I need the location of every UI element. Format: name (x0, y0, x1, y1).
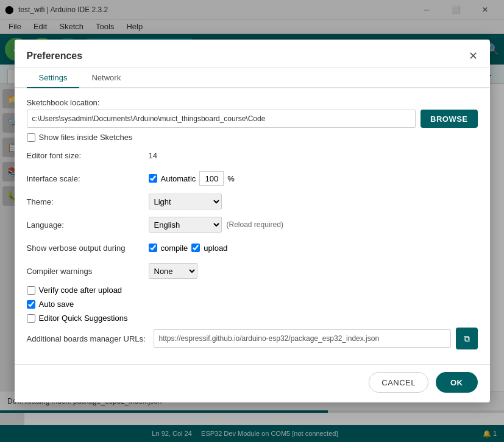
verbose-row: Show verbose output during compile uploa… (27, 239, 478, 256)
theme-row: Theme: Light Dark (27, 193, 478, 210)
upload-label: upload (204, 244, 227, 253)
dialog-header: Preferences ✕ (15, 40, 490, 68)
dialog-content: Sketchbook location: BROWSE Show files i… (15, 88, 490, 364)
reload-note: (Reload required) (227, 220, 283, 229)
auto-save-row: Auto save (27, 300, 478, 309)
theme-select[interactable]: Light Dark (149, 194, 222, 209)
scale-controls: Automatic % (149, 171, 235, 186)
verify-after-upload-label: Verify code after upload (39, 286, 122, 295)
upload-checkbox[interactable] (191, 244, 200, 252)
font-size-label: Editor font size: (27, 151, 149, 160)
dialog-title: Preferences (27, 51, 469, 61)
compile-label: compile (161, 244, 188, 253)
auto-save-checkbox[interactable] (27, 300, 35, 309)
verbose-label: Show verbose output during (27, 244, 149, 253)
font-size-row: Editor font size: 14 (27, 147, 478, 164)
dialog-close-button[interactable]: ✕ (469, 49, 478, 63)
automatic-scale-checkbox[interactable] (149, 174, 157, 183)
scale-value-input[interactable] (199, 171, 224, 186)
boards-url-icon-button[interactable]: ⧉ (456, 328, 478, 349)
browse-button[interactable]: BROWSE (421, 110, 478, 128)
language-select[interactable]: English Français Deutsch Español (149, 217, 222, 233)
dialog-footer: CANCEL OK (15, 364, 490, 402)
sketchbook-label: Sketchbook location: (27, 98, 478, 107)
verify-after-upload-checkbox[interactable] (27, 286, 35, 295)
interface-scale-label: Interface scale: (27, 174, 149, 183)
verbose-controls: compile upload (149, 244, 228, 253)
language-row: Language: English Français Deutsch Españ… (27, 216, 478, 233)
boards-url-label: Additional boards manager URLs: (27, 334, 149, 343)
compile-checkbox[interactable] (149, 244, 157, 252)
dialog-tabs: Settings Network (15, 68, 490, 88)
theme-label: Theme: (27, 197, 149, 206)
quick-suggestions-checkbox[interactable] (27, 314, 35, 323)
automatic-label: Automatic (161, 174, 196, 183)
font-size-value: 14 (149, 151, 157, 160)
warnings-select[interactable]: None Default More All (149, 263, 197, 279)
language-label: Language: (27, 220, 149, 230)
scale-percent: % (227, 174, 235, 183)
tab-settings[interactable]: Settings (27, 68, 80, 88)
boards-url-input[interactable] (154, 329, 451, 348)
interface-scale-row: Interface scale: Automatic % (27, 170, 478, 187)
quick-suggestions-row: Editor Quick Suggestions (27, 314, 478, 323)
tab-network[interactable]: Network (79, 68, 133, 88)
verify-upload-row: Verify code after upload (27, 286, 478, 295)
ok-button[interactable]: OK (436, 372, 478, 393)
warnings-label: Compiler warnings (27, 267, 149, 276)
sketchbook-input[interactable] (27, 110, 416, 128)
preferences-dialog: Preferences ✕ Settings Network Sketchboo… (15, 40, 490, 402)
warnings-row: Compiler warnings None Default More All (27, 262, 478, 279)
quick-suggestions-label: Editor Quick Suggestions (39, 314, 128, 323)
cancel-button[interactable]: CANCEL (369, 372, 428, 393)
show-files-label: Show files inside Sketches (39, 133, 161, 142)
sketchbook-row: BROWSE (27, 110, 478, 128)
modal-overlay: Preferences ✕ Settings Network Sketchboo… (0, 0, 504, 442)
copy-icon: ⧉ (464, 334, 470, 344)
show-files-checkbox[interactable] (27, 133, 35, 142)
show-files-row: Show files inside Sketches (27, 133, 478, 142)
auto-save-label: Auto save (39, 300, 74, 309)
boards-url-row: Additional boards manager URLs: ⧉ (27, 328, 478, 349)
